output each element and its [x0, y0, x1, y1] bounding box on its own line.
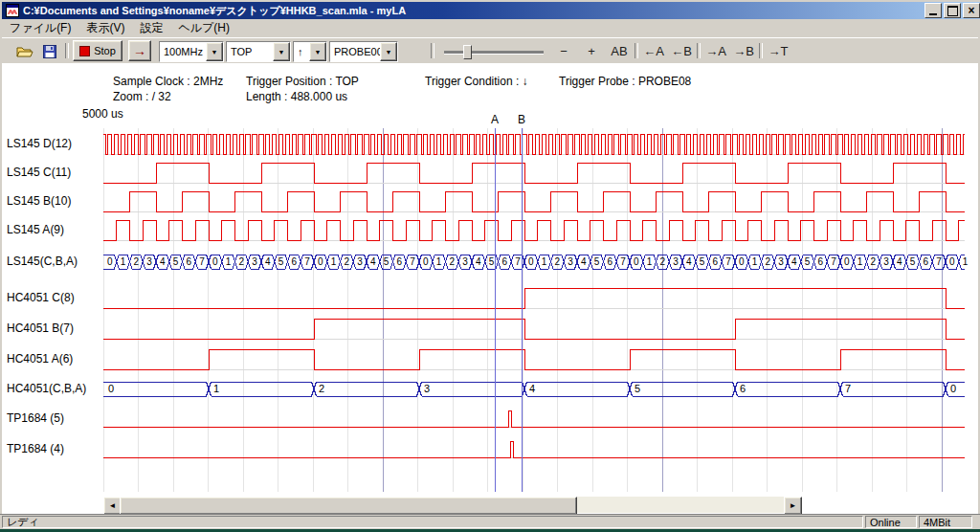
bus-value: 2	[134, 256, 140, 267]
scroll-right-button[interactable]: ►	[784, 497, 802, 515]
bus-value: 4	[529, 383, 535, 394]
channel-label: TP1684 (4)	[7, 442, 64, 455]
bus-value: 6	[818, 256, 824, 267]
bus-value: 5	[910, 256, 916, 267]
waveform	[103, 163, 965, 183]
waveform	[103, 410, 965, 427]
channel-label: LS145 D(12)	[7, 137, 72, 150]
waveform-area[interactable]: 0123456701234567012345670123456701234567…	[0, 0, 980, 529]
bus-value: 4	[265, 256, 271, 267]
bus-value: 6	[292, 256, 298, 267]
bus-value: 0	[739, 256, 745, 267]
waveform	[103, 288, 965, 308]
bus-value: 7	[620, 256, 626, 267]
bus-value: 4	[370, 256, 376, 267]
bus-value: 1	[331, 256, 337, 267]
app-window: C:¥Documents and Settings¥noname¥デスクトップ¥…	[0, 0, 980, 529]
bus-value: 6	[187, 256, 192, 267]
waveform	[103, 220, 965, 240]
bus-value: 7	[725, 256, 731, 267]
bus-value: 0	[950, 383, 956, 394]
bus-value: 6	[740, 383, 746, 394]
waveform	[103, 134, 965, 154]
bus-value: 2	[871, 256, 877, 267]
bus-value: 2	[239, 256, 245, 267]
bus-value: 7	[304, 256, 310, 267]
channel-label: LS145 B(10)	[7, 194, 71, 208]
status-ready: レディ	[2, 516, 863, 528]
waveform	[103, 441, 965, 457]
bus-value: 3	[252, 256, 257, 267]
bus-value: 0	[107, 256, 113, 267]
bus-value: 2	[450, 256, 456, 267]
bus-value: 0	[949, 256, 955, 267]
bus-value: 5	[173, 256, 179, 267]
bus-value: 5	[805, 256, 811, 267]
bus-value: 7	[845, 383, 851, 394]
bus-value: 2	[555, 256, 561, 267]
bus-value: 1	[542, 256, 547, 267]
bus-value: 2	[766, 256, 771, 267]
scroll-thumb[interactable]	[120, 497, 577, 515]
bus-value: 3	[357, 256, 363, 267]
channel-label: HC4051 C(8)	[7, 291, 75, 304]
bus-value: 1	[436, 256, 442, 267]
bus-value: 3	[568, 256, 573, 267]
waveform	[103, 319, 965, 339]
bus-value: 1	[647, 256, 653, 267]
bus-value: 3	[424, 383, 430, 394]
bus-value: 4	[897, 256, 902, 267]
bus-value: 3	[778, 256, 784, 267]
bus-value: 1	[963, 256, 969, 267]
bus-value: 7	[410, 256, 415, 267]
status-memory: 4MBit	[919, 516, 972, 528]
bus-value: 6	[397, 256, 403, 267]
bus-value: 0	[634, 256, 639, 267]
bus-value: 7	[515, 256, 521, 267]
cursor-label-a: A	[491, 113, 499, 126]
bus-value: 0	[212, 256, 218, 267]
bus-value: 3	[883, 256, 889, 267]
bus-value: 0	[108, 383, 114, 394]
bus-value: 5	[635, 383, 640, 394]
channel-label: HC4051(C,B,A)	[7, 382, 86, 395]
bus-value: 4	[581, 256, 587, 267]
bus-value: 7	[199, 256, 205, 267]
waveform	[103, 349, 965, 369]
waveform	[103, 191, 965, 211]
bus-value: 1	[121, 256, 126, 267]
status-bar: レディ Online 4MBit	[0, 514, 980, 529]
channel-label: HC4051 B(7)	[7, 321, 74, 335]
bus-value: 5	[278, 256, 284, 267]
bus-value: 2	[319, 383, 324, 394]
channel-label: LS145 C(11)	[7, 166, 71, 179]
bus-value: 7	[936, 256, 942, 267]
bus-value: 6	[713, 256, 719, 267]
bus-value: 2	[660, 256, 666, 267]
cursor-label-b: B	[518, 113, 525, 126]
bus-value: 5	[700, 256, 705, 267]
bus-value: 7	[831, 256, 836, 267]
bus-value: 4	[160, 256, 166, 267]
h-scrollbar[interactable]: ◄ ►	[103, 497, 802, 513]
bus-value: 3	[673, 256, 679, 267]
bus-value: 0	[423, 256, 429, 267]
bus-value: 5	[489, 256, 495, 267]
bus-value: 0	[318, 256, 323, 267]
bus-value: 1	[226, 256, 232, 267]
bus-value: 0	[844, 256, 850, 267]
bus-value: 4	[686, 256, 692, 267]
bus-value: 1	[858, 256, 863, 267]
bus-value: 3	[146, 256, 152, 267]
bus-value: 5	[594, 256, 600, 267]
bus-value: 3	[462, 256, 468, 267]
bus-value: 1	[752, 256, 758, 267]
channel-label: TP1684 (5)	[7, 411, 64, 425]
bus-value: 1	[213, 383, 219, 394]
bus-value: 6	[608, 256, 613, 267]
bus-value: 6	[924, 256, 929, 267]
channel-label: LS145(C,B,A)	[7, 255, 78, 268]
channel-label: LS145 A(9)	[7, 223, 64, 236]
bus-value: 4	[791, 256, 797, 267]
bus-value: 5	[384, 256, 390, 267]
